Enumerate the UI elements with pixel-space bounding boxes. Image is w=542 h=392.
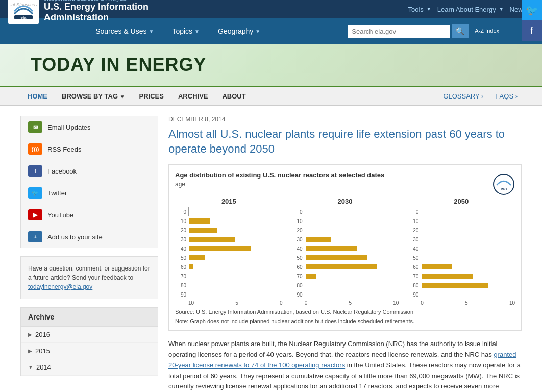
secondary-nav-right: GLOSSARY › FAQS › [439, 88, 522, 104]
rss-icon: )))) [28, 143, 42, 155]
page-title: TODAY IN ENERGY [31, 54, 522, 76]
email-icon: ✉ [28, 121, 42, 133]
sources-uses-nav[interactable]: Sources & Uses ▼ [87, 23, 162, 39]
feedback-email-link[interactable]: todayinenergy@eia.gov [28, 283, 92, 290]
content-wrapper: ✉ Email Updates )))) RSS Feeds f Faceboo… [0, 106, 542, 392]
chart-2015-inner: 0 10 20 30 40 50 60 70 80 90 [175, 207, 283, 299]
article-date: DECEMBER 8, 2014 [168, 116, 522, 123]
chart-note: Note: Graph does not include planned nuc… [175, 318, 515, 324]
archive-arrow-2014: ▼ [28, 364, 33, 370]
article-title: Almost all U.S. nuclear plants require l… [168, 127, 522, 156]
sources-dropdown-arrow: ▼ [149, 29, 154, 34]
chart-subtitle: age [175, 181, 384, 188]
home-nav-item[interactable]: HOME [20, 88, 55, 104]
chart-2030-inner: 0 10 20 30 40 50 60 70 80 90 [291, 207, 399, 299]
archive-arrow-2015: ▶ [28, 348, 32, 354]
email-updates-link[interactable]: ✉ Email Updates [21, 116, 158, 138]
chart-year-2015: 2015 [175, 198, 283, 205]
archive-section: Archive ▶ 2016 ▶ 2015 ▼ 2014 [20, 307, 158, 376]
twitter-social-button[interactable]: 🐦 [522, 0, 542, 20]
chart-2030-xaxis: 0510 [305, 300, 399, 306]
chart-panel-2015: 2015 0 10 20 30 40 50 60 70 80 [175, 198, 287, 306]
logo-area: Independent Statistics & Analysis eia In… [8, 0, 149, 24]
twitter-link[interactable]: 🐦 Twitter [21, 182, 158, 204]
chart-2015-rows: 0 10 20 30 40 50 60 70 80 90 [175, 207, 251, 299]
social-sidebar: 🐦 f [522, 0, 542, 41]
search-area: 🔍 A-Z Index [348, 24, 534, 38]
chart-container: Age distribution of existing U.S. nuclea… [168, 164, 522, 331]
site-header: Independent Statistics & Analysis eia In… [0, 0, 542, 44]
subscribe-section: ✉ Email Updates )))) RSS Feeds f Faceboo… [20, 116, 158, 248]
chart-year-2050: 2050 [407, 198, 515, 205]
about-nav-item[interactable]: ABOUT [215, 88, 253, 104]
eia-logo[interactable]: Independent Statistics & Analysis eia [8, 0, 39, 24]
top-right-navigation: Tools ▼ Learn About Energy ▼ News ▼ [408, 6, 534, 13]
tools-dropdown-arrow: ▼ [427, 7, 431, 12]
twitter-icon: 🐦 [28, 187, 42, 199]
svg-point-4 [494, 174, 514, 194]
topics-dropdown-arrow: ▼ [194, 29, 200, 34]
chart-2050-xaxis: 0510 [421, 300, 515, 306]
facebook-social-button[interactable]: f [522, 20, 542, 41]
geography-dropdown-arrow: ▼ [255, 29, 260, 34]
archive-arrow-2016: ▶ [28, 332, 32, 337]
browse-by-tag-nav-item[interactable]: BROWSE BY TAG ▼ [55, 88, 132, 104]
main-navigation-area: Sources & Uses ▼ Topics ▼ Geography ▼ [0, 23, 348, 39]
chart-year-2030: 2030 [291, 198, 399, 205]
logo-text: Independent Statistics & Analysis U.S. E… [44, 0, 149, 23]
facebook-icon: f [28, 165, 42, 177]
org-name2: Administration [44, 12, 149, 23]
archive-title: Archive [21, 308, 158, 327]
az-index-link[interactable]: A-Z Index [471, 26, 503, 36]
main-content: DECEMBER 8, 2014 Almost all U.S. nuclear… [168, 116, 522, 392]
chart-source: Source: U.S. Energy Information Administ… [175, 309, 515, 315]
svg-text:eia: eia [20, 15, 27, 20]
youtube-link[interactable]: ▶ YouTube [21, 204, 158, 226]
chart-2050-rows: 0 10 20 30 40 50 60 70 80 90 [407, 207, 488, 299]
topics-nav[interactable]: Topics ▼ [164, 23, 208, 39]
add-icon: + [28, 231, 42, 242]
secondary-navigation: HOME BROWSE BY TAG ▼ PRICES ARCHIVE ABOU… [0, 87, 542, 106]
org-name: U.S. Energy Information [44, 2, 149, 13]
search-input[interactable] [348, 25, 450, 38]
chart-2050-inner: 0 10 20 30 40 50 60 70 80 90 [407, 207, 515, 299]
chart-panels: 2015 0 10 20 30 40 50 60 70 80 [175, 198, 515, 306]
browse-dropdown-arrow: ▼ [120, 94, 125, 100]
archive-item-2016[interactable]: ▶ 2016 [21, 327, 158, 343]
rss-feeds-link[interactable]: )))) RSS Feeds [21, 138, 158, 160]
header-top-bar: Independent Statistics & Analysis eia In… [0, 0, 542, 18]
facebook-link[interactable]: f Facebook [21, 160, 158, 182]
chart-2015-xaxis: 1050 [188, 300, 283, 306]
glossary-link[interactable]: GLOSSARY › [439, 88, 487, 104]
search-button[interactable]: 🔍 [452, 24, 469, 38]
chart-panel-2030: 2030 0 10 20 30 40 50 60 70 80 90 [287, 198, 404, 306]
prices-nav-item[interactable]: PRICES [132, 88, 171, 104]
page-banner: TODAY IN ENERGY [0, 44, 542, 87]
learn-nav-link[interactable]: Learn About Energy ▼ [437, 6, 504, 13]
archive-nav-item[interactable]: ARCHIVE [171, 88, 215, 104]
archive-item-2014[interactable]: ▼ 2014 [21, 359, 158, 376]
article-body: When nuclear power plants are built, the… [168, 339, 522, 392]
chart-panel-2050: 2050 0 10 20 30 40 50 60 70 80 90 [403, 198, 515, 306]
chart-2030-rows: 0 10 20 30 40 50 60 70 80 90 [291, 207, 377, 299]
chart-title: Age distribution of existing U.S. nuclea… [175, 171, 384, 179]
add-to-site-link[interactable]: + Add us to your site [21, 226, 158, 248]
svg-text:eia: eia [501, 186, 508, 191]
learn-dropdown-arrow: ▼ [499, 7, 504, 12]
chart-title-area: Age distribution of existing U.S. nuclea… [175, 171, 384, 193]
article-title-link[interactable]: Almost all U.S. nuclear plants require l… [168, 128, 505, 155]
archive-item-2015[interactable]: ▶ 2015 [21, 343, 158, 359]
left-sidebar: ✉ Email Updates )))) RSS Feeds f Faceboo… [20, 116, 158, 392]
tools-nav-link[interactable]: Tools ▼ [408, 6, 431, 13]
feedback-section: Have a question, comment, or suggestion … [20, 256, 158, 299]
geography-nav[interactable]: Geography ▼ [210, 23, 268, 39]
faqs-link[interactable]: FAQS › [491, 88, 522, 104]
eia-chart-logo: eia [492, 173, 515, 195]
youtube-icon: ▶ [28, 209, 42, 220]
feedback-text: Have a question, comment, or suggestion … [21, 257, 158, 299]
